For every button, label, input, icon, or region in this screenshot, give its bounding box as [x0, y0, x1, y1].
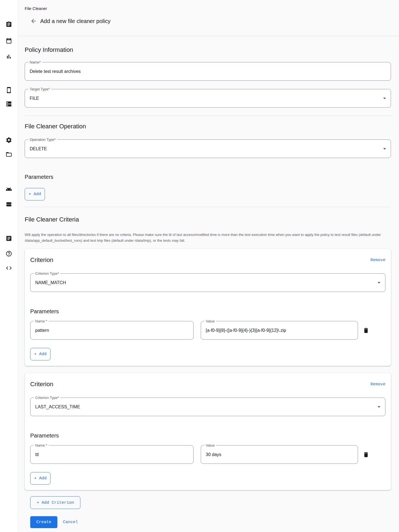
operation-type-field: Operation Type* DELETE: [25, 139, 391, 158]
criterion-title: Criterion: [30, 256, 53, 264]
parameter-name-input[interactable]: [31, 446, 193, 464]
policy-name-input[interactable]: [25, 62, 391, 80]
page-title: Add a new file cleaner policy: [40, 18, 110, 24]
section-divider: [25, 207, 391, 207]
bar-chart-icon[interactable]: [6, 53, 12, 60]
policy-name-field: Name*: [25, 62, 391, 81]
criterion-add-parameter-button[interactable]: + Add: [30, 472, 50, 485]
article-icon[interactable]: [6, 235, 12, 242]
criterion-card: Criterion Remove Criterion Type* LAST_AC…: [25, 373, 391, 490]
target-type-value: FILE: [30, 96, 39, 101]
target-type-select[interactable]: FILE: [25, 89, 391, 107]
operation-title: File Cleaner Operation: [25, 123, 391, 130]
health-monitor-icon[interactable]: [6, 201, 12, 208]
dropdown-arrow-icon: [378, 282, 380, 284]
criterion-remove-link[interactable]: Remove: [370, 258, 385, 263]
help-icon[interactable]: [6, 250, 12, 257]
criterion-card: Criterion Remove Criterion Type* NAME_MA…: [25, 249, 391, 366]
page-header: File Cleaner Add a new file cleaner poli…: [18, 0, 399, 36]
calendar-icon[interactable]: [6, 37, 12, 44]
criterion-type-value: LAST_ACCESS_TIME: [35, 404, 80, 409]
dropdown-arrow-icon: [383, 98, 386, 99]
target-type-field: Target Type* FILE: [25, 89, 391, 108]
operation-add-parameter-button[interactable]: + Add: [25, 188, 45, 200]
delete-parameter-button[interactable]: [360, 325, 372, 336]
criterion-parameters-title: Parameters: [30, 308, 385, 315]
criteria-description: Will apply the operation to all files/di…: [25, 232, 391, 243]
criterion-type-field: Criterion Type* NAME_MATCH: [30, 273, 385, 292]
assignment-icon[interactable]: [6, 21, 12, 28]
parameter-name-input[interactable]: [31, 321, 193, 339]
parameter-value-input[interactable]: [201, 321, 358, 339]
criterion-parameters-title: Parameters: [30, 432, 385, 439]
parameter-name-field: Name *: [30, 445, 194, 464]
operation-type-select[interactable]: DELETE: [25, 140, 391, 158]
back-arrow-icon[interactable]: [30, 18, 37, 24]
criterion-title: Criterion: [30, 380, 53, 388]
dns-icon[interactable]: [6, 101, 12, 107]
parameter-name-field: Name *: [30, 321, 194, 340]
criterion-add-parameter-button[interactable]: + Add: [30, 348, 50, 360]
criterion-type-select[interactable]: NAME_MATCH: [31, 274, 385, 292]
code-icon[interactable]: [6, 265, 12, 271]
target-type-label: Target Type*: [28, 87, 51, 91]
android-icon[interactable]: [6, 186, 12, 192]
parameter-value-field: Value: [201, 445, 358, 464]
folder-icon[interactable]: [6, 151, 12, 158]
operation-parameters-title: Parameters: [25, 174, 391, 180]
settings-icon[interactable]: [6, 137, 12, 143]
dropdown-arrow-icon: [378, 406, 380, 408]
criterion-remove-link[interactable]: Remove: [370, 382, 385, 387]
section-divider: [25, 116, 391, 116]
sidebar: [0, 0, 18, 532]
smartphone-icon[interactable]: [6, 87, 12, 93]
trash-icon: [363, 327, 369, 334]
dropdown-arrow-icon: [383, 148, 386, 150]
delete-parameter-button[interactable]: [360, 449, 372, 460]
create-button[interactable]: Create: [30, 516, 57, 528]
operation-type-label: Operation Type*: [28, 137, 57, 142]
criterion-type-select[interactable]: LAST_ACCESS_TIME: [31, 398, 385, 416]
parameter-value-input[interactable]: [201, 446, 358, 464]
criterion-type-value: NAME_MATCH: [35, 280, 66, 285]
criteria-title: File Cleaner Criteria: [25, 216, 391, 223]
criterion-type-field: Criterion Type* LAST_ACCESS_TIME: [30, 398, 385, 416]
trash-icon: [363, 451, 369, 458]
policy-information-title: Policy Information: [25, 46, 391, 54]
criterion-type-label: Criterion Type*: [34, 395, 60, 400]
main-content: Policy Information Name* Target Type* FI…: [18, 46, 399, 532]
criterion-type-label: Criterion Type*: [34, 271, 60, 276]
add-criterion-button[interactable]: + Add Criterion: [30, 496, 80, 509]
cancel-button[interactable]: Cancel: [60, 520, 81, 525]
app-title: File Cleaner: [25, 6, 399, 11]
operation-type-value: DELETE: [30, 146, 47, 151]
parameter-value-field: Value: [201, 321, 358, 340]
